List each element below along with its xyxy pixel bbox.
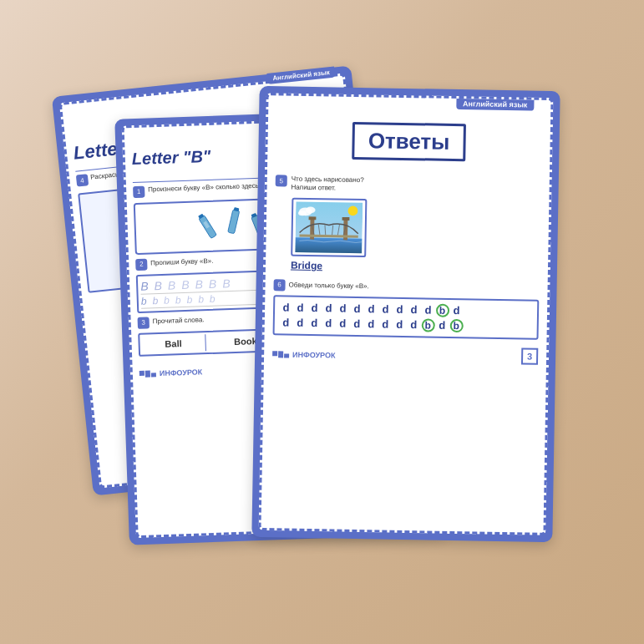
card-3-inner: Английский язык Ответы 5 Что здесь нарис… (258, 93, 553, 535)
task5-question: Что здесь нарисовано? (291, 175, 363, 185)
card2-task1-num: 1 (133, 185, 145, 197)
ltr-r2-10-circled: b (421, 318, 434, 332)
ltr-r2-7: d (378, 317, 392, 332)
card2-title: Letter "B" (131, 146, 210, 168)
cards-container: Английский язык Letter "B" Фамилия, имя … (72, 63, 573, 581)
bridge-label: Bridge (290, 259, 322, 271)
ltr-r2-9: d (407, 317, 420, 332)
ltr-r2-2: d (307, 315, 321, 330)
ltr-r2-11: d (435, 317, 449, 332)
card2-task3-text: Прочитай слова. (152, 316, 204, 327)
card3-subject-badge: Английский язык (456, 98, 534, 111)
logo-text-card3: ИНФОУРОК (292, 350, 336, 359)
letters-grid: d d d d d d d d d d d b d (272, 295, 539, 340)
card2-task2-num: 2 (135, 258, 147, 270)
ltr-r1-10: d (421, 302, 434, 317)
infourok-logo-card2: ИНФОУРОК (139, 367, 202, 378)
ltr-r2-4: d (336, 316, 349, 331)
ltr-r1-12: d (449, 302, 463, 317)
card2-task2-text: Пропиши букву «B». (150, 257, 214, 268)
card1-task4-num: 4 (75, 174, 88, 186)
ltr-r2-1: d (293, 315, 307, 330)
card2-task3-num: 3 (137, 316, 149, 327)
bridge-svg (295, 200, 363, 253)
ltr-r2-5: d (350, 316, 363, 331)
svg-rect-6 (227, 209, 239, 233)
ltr-r2-8: d (393, 317, 406, 332)
ltr-r2-3: d (322, 316, 335, 331)
card3-task5-num: 5 (275, 175, 287, 186)
logo-blocks (139, 369, 155, 377)
card1-subject-badge: Английский язык (266, 73, 335, 84)
ltr-r2-6: d (364, 316, 378, 331)
task5-header: 5 Что здесь нарисовано? Напиши ответ. (275, 175, 540, 196)
infourok-logo-card3: ИНФОУРОК (272, 349, 336, 358)
card-3-answers: Английский язык Ответы 5 Что здесь нарис… (251, 85, 560, 541)
card3-task6-num: 6 (273, 279, 285, 291)
bridge-image-box (291, 197, 367, 257)
task5-instruction: Напиши ответ. (291, 183, 363, 193)
logo-text-card2: ИНФОУРОК (159, 367, 202, 377)
card3-logo-blocks (272, 350, 289, 357)
ltr-r2-12-circled: b (449, 318, 463, 332)
task5-section: 5 Что здесь нарисовано? Напиши ответ. (273, 175, 540, 275)
card3-page-num: 3 (520, 347, 537, 364)
card3-task6-text: Обведи только букву «B». (288, 281, 368, 291)
ltr-r1-11-circled: b (435, 303, 449, 317)
answers-title-wrapper: Ответы (276, 104, 542, 171)
task6-section: 6 Обведи только букву «B». d d d d d d d… (272, 279, 539, 340)
word-ball: Ball (141, 333, 205, 352)
task5-instructions: Что здесь нарисовано? Напиши ответ. (291, 175, 363, 193)
svg-rect-17 (295, 237, 362, 253)
ltr-r2-0: d (279, 315, 292, 330)
answers-title: Ответы (352, 121, 465, 160)
